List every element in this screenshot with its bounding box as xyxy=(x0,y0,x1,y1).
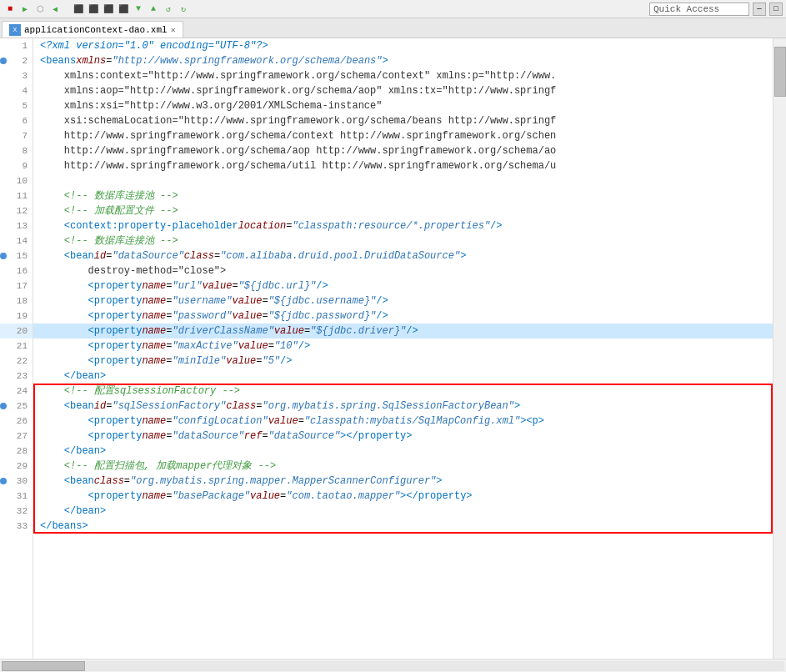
code-line-5: xmlns:xsi="http://www.w3.org/2001/XMLSch… xyxy=(33,98,773,113)
code-line-3: xmlns:context="http://www.springframewor… xyxy=(33,68,773,83)
line-number-32: 32 xyxy=(0,504,33,519)
line-number-23: 23 xyxy=(0,369,33,384)
line-number-20: 20 xyxy=(0,323,33,339)
toolbar-icon-6[interactable]: ⬛ xyxy=(87,3,100,16)
code-line-15: <bean id="dataSource" class="com.alibaba… xyxy=(33,248,773,263)
toolbar-right: Quick Access — □ xyxy=(649,3,783,16)
top-toolbar: ■ ▶ ⬡ ◀ ⬛ ⬛ ⬛ ⬛ ▼ ▲ ↺ ↻ Quick Access — □ xyxy=(0,0,786,18)
line-number-25: 25 xyxy=(0,399,33,414)
code-line-19: <property name="password" value="${jdbc.… xyxy=(33,308,773,323)
toolbar-icon-9[interactable]: ▼ xyxy=(132,3,145,16)
line-numbers: 1234567891011121314151617181920212223242… xyxy=(0,38,33,659)
code-line-10 xyxy=(33,173,773,188)
code-line-17: <property name="url" value="${jdbc.url}"… xyxy=(33,278,773,293)
code-line-29: <!-- 配置扫描包, 加载mapper代理对象 --> xyxy=(33,459,773,474)
code-content: <?xml version="1.0" encoding="UTF-8"?><b… xyxy=(33,38,773,534)
tab-bar: X applicationContext-dao.xml ✕ xyxy=(0,18,786,38)
line-number-12: 12 xyxy=(0,203,33,218)
toolbar-icon-4[interactable]: ◀ xyxy=(48,3,62,16)
minimize-button[interactable]: — xyxy=(753,3,766,16)
code-line-11: <!-- 数据库连接池 --> xyxy=(33,188,773,203)
code-line-25: <bean id="sqlSessionFactory" class="org.… xyxy=(33,399,773,414)
line-number-26: 26 xyxy=(0,414,33,429)
code-line-24: <!-- 配置sqlsessionFactory --> xyxy=(33,384,773,399)
code-line-20: <property name="driverClassName" value="… xyxy=(33,323,773,339)
scrollbar-thumb[interactable] xyxy=(774,47,786,97)
maximize-button[interactable]: □ xyxy=(769,3,783,16)
code-line-6: xsi:schemaLocation="http://www.springfra… xyxy=(33,113,773,128)
code-line-9: http://www.springframework.org/schema/ut… xyxy=(33,158,773,173)
line-number-15: 15 xyxy=(0,248,33,263)
code-line-32: </bean> xyxy=(33,504,773,519)
code-line-7: http://www.springframework.org/schema/co… xyxy=(33,128,773,143)
toolbar-icon-5[interactable]: ⬛ xyxy=(72,3,85,16)
toolbar-left: ■ ▶ ⬡ ◀ ⬛ ⬛ ⬛ ⬛ ▼ ▲ ↺ ↻ xyxy=(3,3,190,16)
code-line-12: <!-- 加载配置文件 --> xyxy=(33,203,773,218)
toolbar-icon-10[interactable]: ▲ xyxy=(147,3,160,16)
code-line-31: <property name="basePackage" value="com.… xyxy=(33,489,773,504)
code-line-23: </bean> xyxy=(33,369,773,384)
code-area[interactable]: <?xml version="1.0" encoding="UTF-8"?><b… xyxy=(33,38,773,659)
code-line-22: <property name="minIdle" value="5"/> xyxy=(33,354,773,369)
quick-access-input[interactable]: Quick Access xyxy=(649,3,749,16)
quick-access-label: Quick Access xyxy=(653,4,719,14)
line-number-11: 11 xyxy=(0,188,33,203)
code-line-4: xmlns:aop="http://www.springframework.or… xyxy=(33,83,773,98)
code-line-21: <property name="maxActive" value="10"/> xyxy=(33,339,773,354)
h-scrollbar-track[interactable] xyxy=(2,661,784,671)
code-line-8: http://www.springframework.org/schema/ao… xyxy=(33,143,773,158)
line-number-2: 2 xyxy=(0,53,33,68)
code-line-13: <context:property-placeholder location="… xyxy=(33,218,773,233)
line-number-28: 28 xyxy=(0,444,33,459)
editor-container: 1234567891011121314151617181920212223242… xyxy=(0,38,786,659)
code-line-26: <property name="configLocation" value="c… xyxy=(33,414,773,429)
line-number-18: 18 xyxy=(0,293,33,308)
toolbar-icon-1[interactable]: ■ xyxy=(3,3,17,16)
code-line-33: </beans> xyxy=(33,519,773,534)
line-number-31: 31 xyxy=(0,489,33,504)
toolbar-icon-2[interactable]: ▶ xyxy=(18,3,32,16)
line-number-27: 27 xyxy=(0,429,33,444)
line-number-1: 1 xyxy=(0,38,33,53)
line-number-24: 24 xyxy=(0,384,33,399)
code-line-1: <?xml version="1.0" encoding="UTF-8"?> xyxy=(33,38,773,53)
line-number-21: 21 xyxy=(0,339,33,354)
h-scrollbar-thumb[interactable] xyxy=(2,661,85,671)
code-line-28: </bean> xyxy=(33,444,773,459)
toolbar-icon-8[interactable]: ⬛ xyxy=(117,3,130,16)
tab-filename: applicationContext-dao.xml xyxy=(24,25,168,35)
toolbar-icon-11[interactable]: ↺ xyxy=(162,3,175,16)
line-number-33: 33 xyxy=(0,519,33,534)
toolbar-icon-3[interactable]: ⬡ xyxy=(33,3,47,16)
editor-tab[interactable]: X applicationContext-dao.xml ✕ xyxy=(2,21,183,38)
line-number-4: 4 xyxy=(0,83,33,98)
line-number-9: 9 xyxy=(0,158,33,173)
line-number-6: 6 xyxy=(0,113,33,128)
code-line-30: <bean class="org.mybatis.spring.mapper.M… xyxy=(33,474,773,489)
line-number-17: 17 xyxy=(0,278,33,293)
line-number-8: 8 xyxy=(0,143,33,158)
line-number-29: 29 xyxy=(0,459,33,474)
code-line-18: <property name="username" value="${jdbc.… xyxy=(33,293,773,308)
code-line-14: <!-- 数据库连接池 --> xyxy=(33,233,773,248)
toolbar-icon-12[interactable]: ↻ xyxy=(177,3,190,16)
line-number-30: 30 xyxy=(0,474,33,489)
line-number-16: 16 xyxy=(0,263,33,278)
line-number-14: 14 xyxy=(0,233,33,248)
line-number-22: 22 xyxy=(0,354,33,369)
vertical-scrollbar[interactable] xyxy=(773,38,786,659)
horizontal-scrollbar[interactable] xyxy=(0,659,786,672)
xml-file-icon: X xyxy=(9,24,21,36)
line-number-7: 7 xyxy=(0,128,33,143)
line-number-19: 19 xyxy=(0,308,33,323)
line-number-13: 13 xyxy=(0,218,33,233)
line-number-10: 10 xyxy=(0,173,33,188)
line-number-5: 5 xyxy=(0,98,33,113)
line-number-3: 3 xyxy=(0,68,33,83)
tab-close-button[interactable]: ✕ xyxy=(171,25,176,35)
code-line-27: <property name="dataSource" ref="dataSou… xyxy=(33,429,773,444)
toolbar-icon-7[interactable]: ⬛ xyxy=(102,3,115,16)
code-line-16: destroy-method="close"> xyxy=(33,263,773,278)
code-line-2: <beans xmlns="http://www.springframework… xyxy=(33,53,773,68)
